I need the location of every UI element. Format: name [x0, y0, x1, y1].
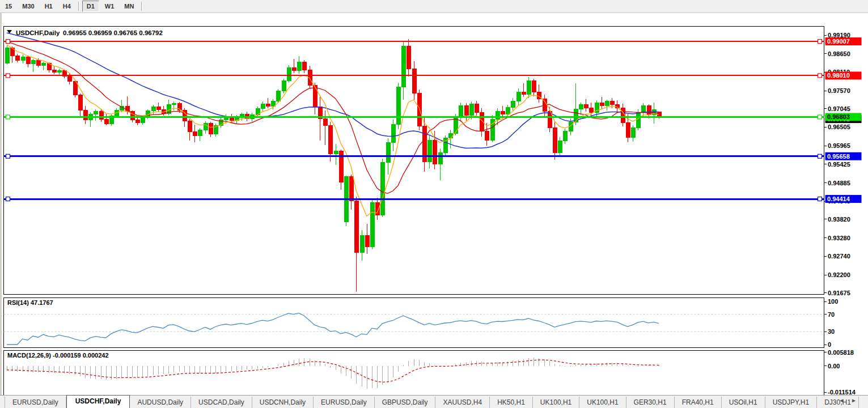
- level-line-anchor[interactable]: [6, 115, 10, 119]
- chart-tab-usoil-h1[interactable]: USOil,H1: [722, 397, 765, 408]
- timeframe-button-h1[interactable]: H1: [40, 1, 57, 12]
- level-line-anchor[interactable]: [6, 74, 10, 78]
- toolbar-separator: [141, 2, 142, 11]
- timeframe-toolbar: 15M30H1H4D1W1MN: [0, 0, 868, 13]
- toolbar-separator: [78, 2, 79, 11]
- macd-label: MACD(12,26,9) -0.000159 0.000242: [7, 352, 109, 359]
- level-price-label: 0.95658: [827, 153, 850, 160]
- tab-scroll-left-icon[interactable]: ◄: [839, 397, 851, 403]
- timeframe-button-d1[interactable]: D1: [82, 1, 99, 12]
- rsi-axis-tick-label: 70: [828, 311, 835, 318]
- tab-scroll-buttons: ◄►: [839, 397, 863, 403]
- macd-axis-tick-label: 0.005818: [828, 349, 854, 356]
- level-line-anchor[interactable]: [818, 40, 822, 44]
- price-axis-tick-label: 0.93280: [828, 235, 850, 241]
- level-line-anchor[interactable]: [818, 197, 822, 201]
- level-price-label: 0.99007: [827, 38, 850, 45]
- timeframe-button-m30[interactable]: M30: [18, 1, 39, 12]
- chart-tab-audusd-daily[interactable]: AUDUSD,Daily: [130, 397, 191, 408]
- rsi-axis-tick-label: 30: [828, 328, 835, 335]
- chart-tab-uk100-h1[interactable]: UK100,H1: [579, 397, 626, 408]
- price-axis-tick-label: 0.92740: [828, 253, 850, 260]
- rsi-axis-tick-label: 0: [828, 341, 831, 348]
- level-line-anchor[interactable]: [818, 115, 822, 119]
- chart-tab-hk50-h1[interactable]: HK50,H1: [490, 397, 533, 408]
- price-axis-tick-label: 0.96505: [828, 124, 850, 130]
- rsi-label: RSI(14) 47.1767: [7, 299, 53, 306]
- level-line-anchor[interactable]: [6, 40, 10, 44]
- chart-window: 0.991900.986500.981100.975700.970450.965…: [0, 12, 868, 395]
- price-axis-tick-label: 0.94885: [828, 180, 850, 186]
- chart-tab-eurusd-daily[interactable]: EURUSD,Daily: [314, 397, 375, 408]
- chart-tab-ger30-h1[interactable]: GER30,H1: [626, 397, 675, 408]
- chart-tab-usdcad-daily[interactable]: USDCAD,Daily: [191, 397, 252, 408]
- chart-tab-uk100-h1[interactable]: UK100,H1: [533, 397, 579, 408]
- price-axis-tick-label: 0.97570: [828, 87, 850, 94]
- timeframe-button-w1[interactable]: W1: [100, 1, 119, 12]
- tab-scroll-right-icon[interactable]: ►: [851, 397, 863, 403]
- symbol-tab-bar: EURUSD,DailyUSDCHF,DailyAUDUSD,DailyUSDC…: [0, 395, 868, 408]
- level-price-label: 0.94414: [827, 196, 850, 202]
- timeframe-button-15[interactable]: 15: [1, 1, 16, 12]
- level-line-anchor[interactable]: [6, 197, 10, 201]
- timeframe-button-h4[interactable]: H4: [58, 1, 75, 12]
- level-line-anchor[interactable]: [6, 154, 10, 158]
- price-axis-tick-label: 0.95425: [828, 161, 850, 168]
- chart-tab-usdjpy-h1[interactable]: USDJPY,H1: [765, 397, 817, 408]
- price-axis-tick-label: 0.98650: [828, 50, 850, 57]
- macd-axis-tick-label: 0.00: [828, 363, 840, 369]
- rsi-axis-tick-label: 100: [828, 298, 838, 305]
- timeframe-button-mn[interactable]: MN: [120, 1, 138, 12]
- chart-tab-usdchf-daily[interactable]: USDCHF,Daily: [66, 395, 130, 408]
- chart-tab-fra40-h1[interactable]: FRA40,H1: [675, 397, 722, 408]
- chart-tab-eurusd-daily[interactable]: EURUSD,Daily: [5, 397, 66, 408]
- price-axis-tick-label: 0.97045: [828, 105, 850, 112]
- chart-ohlc-readout: 0.96955 0.96959 0.96765 0.96792: [63, 29, 163, 36]
- level-line-anchor[interactable]: [818, 154, 822, 158]
- macd-pane[interactable]: [4, 351, 824, 396]
- level-price-label: 0.96803: [827, 113, 850, 120]
- chart-title: USDCHF,Daily: [16, 29, 60, 36]
- chart-tab-gbpusd-daily[interactable]: GBPUSD,Daily: [375, 397, 436, 408]
- price-axis-tick-label: 0.95965: [828, 142, 850, 149]
- price-axis-tick-label: 0.93820: [828, 216, 850, 223]
- price-axis-tick-label: 0.92200: [828, 271, 850, 278]
- chart-tab-xauusd-h4[interactable]: XAUUSD,H4: [435, 397, 490, 408]
- rsi-pane[interactable]: [4, 298, 824, 348]
- price-axis-tick-label: 0.91675: [828, 290, 850, 296]
- level-line-anchor[interactable]: [818, 74, 822, 78]
- level-price-label: 0.98010: [827, 72, 850, 79]
- chart-tab-usdcnh-daily[interactable]: USDCNH,Daily: [252, 397, 314, 408]
